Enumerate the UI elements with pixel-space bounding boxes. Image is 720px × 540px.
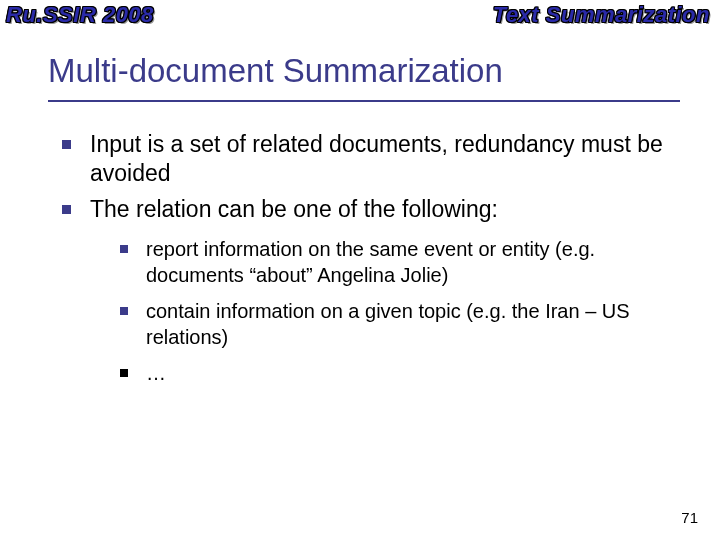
sub-bullet-item: contain information on a given topic (e.… (120, 298, 680, 350)
bullet-text: The relation can be one of the following… (90, 196, 498, 222)
sub-bullet-text: contain information on a given topic (e.… (146, 300, 630, 348)
title-container: Multi-document Summarization (48, 52, 680, 102)
header-left-text: Ru.SSIR 2008 (6, 2, 154, 28)
sub-bullet-item: … (120, 360, 680, 386)
bullet-list-level1: Input is a set of related documents, red… (62, 130, 680, 386)
page-number: 71 (681, 509, 698, 526)
slide-body: Input is a set of related documents, red… (62, 130, 680, 386)
sub-bullet-text: report information on the same event or … (146, 238, 595, 286)
bullet-text: Input is a set of related documents, red… (90, 131, 663, 186)
bullet-item: Input is a set of related documents, red… (62, 130, 680, 189)
bullet-list-level2: report information on the same event or … (120, 236, 680, 386)
bullet-item: The relation can be one of the following… (62, 195, 680, 386)
slide-header: Ru.SSIR 2008 Text Summarization (0, 0, 720, 30)
slide-title: Multi-document Summarization (48, 52, 680, 102)
sub-bullet-item: report information on the same event or … (120, 236, 680, 288)
sub-bullet-text: … (146, 362, 166, 384)
header-right-text: Text Summarization (493, 2, 710, 28)
